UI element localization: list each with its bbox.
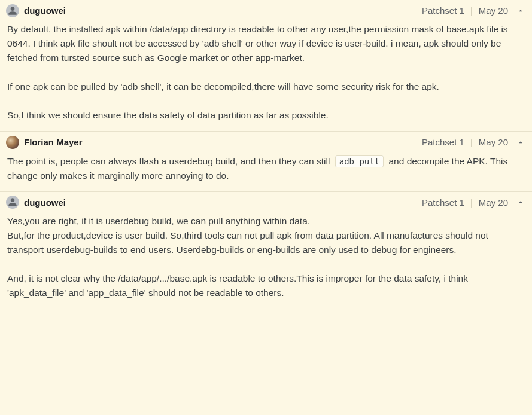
comment-meta: Patchset 1 | May 20 <box>422 196 526 209</box>
author-name[interactable]: duguowei <box>24 4 66 17</box>
comment-header: duguowei Patchset 1 | May 20 <box>0 0 532 19</box>
blank-line <box>7 94 525 108</box>
patchset-link[interactable]: Patchset 1 <box>422 4 464 17</box>
chevron-up-icon[interactable] <box>515 5 526 16</box>
comment-block: duguowei Patchset 1 | May 20 Yes,you are… <box>0 192 532 309</box>
comment-text: So,I think we should ensure the data saf… <box>7 108 525 123</box>
avatar-generic-icon <box>6 4 19 17</box>
comment-text: By default, the installed apk within /da… <box>7 22 525 65</box>
meta-separator: | <box>470 4 473 17</box>
comment-meta: Patchset 1 | May 20 <box>422 4 526 17</box>
comment-meta: Patchset 1 | May 20 <box>422 135 526 149</box>
comment-block: duguowei Patchset 1 | May 20 By default,… <box>0 0 532 132</box>
comment-date[interactable]: May 20 <box>479 4 508 17</box>
comment-text: And, it is not clear why the /data/app/.… <box>7 271 525 300</box>
comment-text: The point is, people can always flash a … <box>7 156 333 166</box>
comment-body: The point is, people can always flash a … <box>0 151 532 191</box>
comment-header: Florian Mayer Patchset 1 | May 20 <box>0 132 532 150</box>
comment-text: But,for the product,device is user build… <box>7 228 525 257</box>
chevron-up-icon[interactable] <box>515 137 526 148</box>
comment-body: Yes,you are right, if it is userdebug bu… <box>0 210 532 309</box>
comment-date[interactable]: May 20 <box>479 135 508 149</box>
patchset-link[interactable]: Patchset 1 <box>422 135 464 149</box>
chevron-up-icon[interactable] <box>515 197 526 208</box>
inline-code: adb pull <box>335 155 384 167</box>
comment-text: Yes,you are right, if it is userdebug bu… <box>7 214 525 228</box>
comment-block: Florian Mayer Patchset 1 | May 20 The po… <box>0 132 532 191</box>
comment-text: If one apk can be pulled by 'adb shell',… <box>7 80 525 94</box>
meta-separator: | <box>470 135 473 149</box>
patchset-link[interactable]: Patchset 1 <box>422 196 464 209</box>
comment-body: By default, the installed apk within /da… <box>0 19 532 131</box>
blank-line <box>7 257 525 271</box>
meta-separator: | <box>470 196 473 209</box>
author-name[interactable]: duguowei <box>24 196 66 209</box>
comment-header: duguowei Patchset 1 | May 20 <box>0 192 532 210</box>
avatar-photo <box>6 136 19 149</box>
author-name[interactable]: Florian Mayer <box>24 135 83 149</box>
comment-date[interactable]: May 20 <box>479 196 508 209</box>
blank-line <box>7 65 525 80</box>
avatar-generic-icon <box>6 196 19 209</box>
